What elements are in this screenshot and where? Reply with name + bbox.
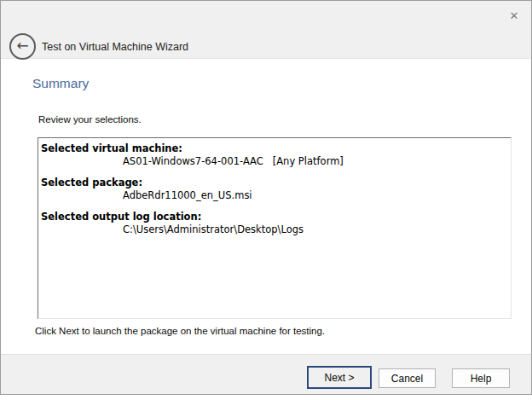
close-button[interactable]: ✕ (506, 8, 522, 23)
summary-item: Selected virtual machine: AS01-Windows7-… (40, 142, 509, 168)
summary-item: Selected output log location: C:\Users\A… (40, 211, 509, 236)
footnote-text: Click Next to launch the package on the … (35, 326, 325, 336)
wizard-header: ← Test on Virtual Machine Wizard ✕ (1, 1, 531, 59)
summary-item: Selected package: AdbeRdr11000_en_US.msi (40, 177, 509, 202)
summary-box: Selected virtual machine: AS01-Windows7-… (38, 137, 512, 319)
summary-item-value: C:\Users\Administrator\Desktop\Logs (40, 223, 509, 236)
help-button[interactable]: Help (452, 368, 510, 388)
summary-item-label: Selected output log location: (40, 211, 509, 223)
summary-item-value: AS01-Windows7-64-001-AAC [Any Platform] (40, 155, 509, 168)
back-button[interactable]: ← (9, 33, 36, 60)
window-title: Test on Virtual Machine Wizard (42, 41, 188, 53)
summary-item-label: Selected virtual machine: (40, 142, 509, 155)
next-button[interactable]: Next > (307, 366, 372, 389)
cancel-button[interactable]: Cancel (379, 368, 436, 388)
button-bar: Next > Cancel Help (1, 354, 531, 394)
back-arrow-icon: ← (16, 38, 28, 53)
summary-item-label: Selected package: (40, 177, 509, 189)
page-title: Summary (32, 76, 89, 91)
instruction-text: Review your selections. (38, 114, 142, 125)
wizard-window: ← Test on Virtual Machine Wizard ✕ Summa… (0, 0, 532, 395)
close-icon: ✕ (510, 10, 519, 21)
summary-item-value: AdbeRdr11000_en_US.msi (40, 189, 509, 202)
